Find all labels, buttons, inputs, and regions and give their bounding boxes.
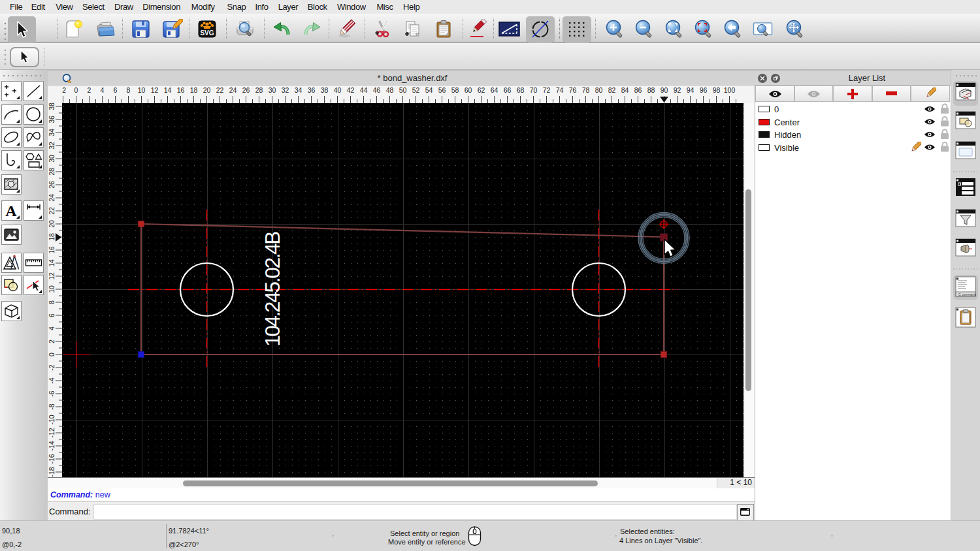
svg-text:54: 54 [425, 86, 433, 94]
svg-text:86: 86 [634, 86, 642, 94]
svg-text:60: 60 [465, 86, 472, 94]
svg-text:22: 22 [216, 86, 224, 94]
svg-text:18: 18 [190, 86, 198, 94]
svg-text:50: 50 [399, 86, 407, 94]
svg-text:-10: -10 [48, 415, 56, 424]
svg-text:34: 34 [295, 86, 302, 94]
svg-text:8: 8 [127, 86, 131, 94]
svg-text:46: 46 [373, 86, 381, 94]
svg-text:58: 58 [451, 86, 459, 94]
svg-text:30: 30 [269, 86, 276, 94]
svg-text:-12: -12 [48, 428, 56, 437]
svg-text:16: 16 [177, 86, 185, 94]
svg-text:76: 76 [569, 86, 577, 94]
svg-text:2: 2 [88, 86, 91, 94]
svg-text:72: 72 [543, 86, 551, 94]
svg-text:18: 18 [48, 233, 56, 241]
svg-text:20: 20 [203, 86, 211, 94]
svg-text:20: 20 [48, 220, 56, 228]
svg-text:38: 38 [48, 102, 56, 110]
svg-text:4: 4 [48, 326, 56, 330]
svg-text:104.245.02.4B: 104.245.02.4B [261, 232, 284, 347]
svg-text:26: 26 [48, 181, 56, 189]
svg-text:36: 36 [308, 86, 316, 94]
svg-text:38: 38 [321, 86, 329, 94]
svg-text:68: 68 [517, 86, 525, 94]
svg-text:44: 44 [360, 86, 368, 94]
svg-text:24: 24 [48, 194, 56, 202]
svg-text:2: 2 [48, 339, 56, 343]
svg-text:10: 10 [138, 86, 146, 94]
svg-text:6: 6 [114, 86, 118, 94]
svg-text:70: 70 [530, 86, 538, 94]
svg-text:-8: -8 [48, 403, 56, 409]
svg-text:66: 66 [504, 86, 512, 94]
svg-text:SVG: SVG [200, 29, 214, 37]
svg-text:0: 0 [48, 353, 56, 356]
svg-text:32: 32 [48, 142, 56, 150]
svg-text:14: 14 [48, 259, 56, 267]
svg-text:100: 100 [724, 86, 736, 94]
svg-text:16: 16 [48, 246, 56, 254]
svg-text:-2: -2 [48, 364, 56, 370]
svg-text:56: 56 [438, 86, 446, 94]
svg-text:90: 90 [661, 86, 668, 94]
svg-text:-4: -4 [48, 377, 56, 383]
svg-text:64: 64 [491, 86, 498, 94]
svg-text:C command: C command [958, 292, 976, 296]
svg-text:0: 0 [74, 86, 78, 94]
svg-text:48: 48 [386, 86, 394, 94]
svg-text:12: 12 [151, 86, 159, 94]
svg-text:-18: -18 [48, 467, 56, 477]
svg-text:40: 40 [334, 86, 342, 94]
svg-text:26: 26 [242, 86, 250, 94]
svg-text:36: 36 [48, 116, 56, 123]
svg-text:A: A [5, 202, 17, 219]
svg-text:82: 82 [608, 86, 616, 94]
svg-text:94: 94 [687, 86, 694, 94]
svg-text:52: 52 [412, 86, 420, 94]
svg-text:-14: -14 [48, 441, 56, 450]
svg-text:96: 96 [700, 86, 708, 94]
svg-text:88: 88 [647, 86, 655, 94]
svg-text:78: 78 [582, 86, 590, 94]
svg-text:-16: -16 [48, 454, 56, 464]
svg-text:74: 74 [556, 86, 564, 94]
svg-text:10: 10 [48, 285, 56, 293]
svg-text:32: 32 [282, 86, 289, 94]
svg-text:62: 62 [478, 86, 485, 94]
svg-text:12: 12 [48, 272, 56, 280]
svg-text:28: 28 [48, 168, 56, 176]
svg-text:14: 14 [164, 86, 172, 94]
svg-text:30: 30 [48, 155, 56, 163]
svg-text:22: 22 [48, 207, 56, 215]
svg-text:-6: -6 [48, 390, 56, 396]
svg-text:28: 28 [255, 86, 263, 94]
svg-text:80: 80 [595, 86, 603, 94]
svg-text:6: 6 [48, 313, 56, 317]
svg-text:84: 84 [621, 86, 629, 94]
svg-text:42: 42 [347, 86, 355, 94]
svg-text:92: 92 [674, 86, 681, 94]
svg-text:4: 4 [101, 86, 105, 94]
svg-text:98: 98 [713, 86, 721, 94]
svg-text:8: 8 [48, 300, 56, 304]
svg-text:34: 34 [48, 129, 56, 136]
svg-text:24: 24 [229, 86, 237, 94]
